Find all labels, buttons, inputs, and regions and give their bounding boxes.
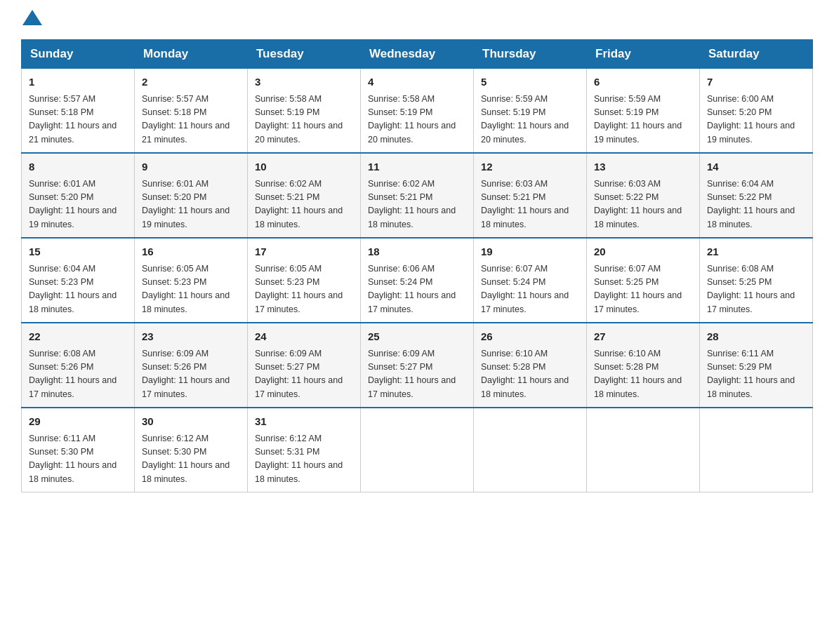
day-info: Sunrise: 6:09 AMSunset: 5:27 PMDaylight:… xyxy=(255,347,353,402)
calendar-day-cell: 20Sunrise: 6:07 AMSunset: 5:25 PMDayligh… xyxy=(587,238,700,323)
day-number: 8 xyxy=(29,159,127,175)
calendar-day-cell: 23Sunrise: 6:09 AMSunset: 5:26 PMDayligh… xyxy=(135,323,248,408)
day-info: Sunrise: 6:06 AMSunset: 5:24 PMDaylight:… xyxy=(368,262,466,317)
day-number: 17 xyxy=(255,244,353,260)
day-info: Sunrise: 6:11 AMSunset: 5:29 PMDaylight:… xyxy=(707,347,805,402)
weekday-header-saturday: Saturday xyxy=(700,40,813,69)
day-info: Sunrise: 6:04 AMSunset: 5:22 PMDaylight:… xyxy=(707,177,805,232)
day-info: Sunrise: 6:02 AMSunset: 5:21 PMDaylight:… xyxy=(368,177,466,232)
calendar-week-row: 29Sunrise: 6:11 AMSunset: 5:30 PMDayligh… xyxy=(22,408,813,492)
logo xyxy=(21,14,42,25)
day-number: 3 xyxy=(255,74,353,90)
day-number: 1 xyxy=(29,74,127,90)
day-number: 10 xyxy=(255,159,353,175)
calendar-header-row: SundayMondayTuesdayWednesdayThursdayFrid… xyxy=(22,40,813,69)
weekday-header-thursday: Thursday xyxy=(474,40,587,69)
day-info: Sunrise: 6:07 AMSunset: 5:24 PMDaylight:… xyxy=(481,262,579,317)
day-info: Sunrise: 6:07 AMSunset: 5:25 PMDaylight:… xyxy=(594,262,692,317)
calendar-day-cell: 6Sunrise: 5:59 AMSunset: 5:19 PMDaylight… xyxy=(587,69,700,154)
day-info: Sunrise: 5:57 AMSunset: 5:18 PMDaylight:… xyxy=(142,93,240,147)
calendar-day-cell: 5Sunrise: 5:59 AMSunset: 5:19 PMDaylight… xyxy=(474,69,587,154)
calendar-day-cell: 14Sunrise: 6:04 AMSunset: 5:22 PMDayligh… xyxy=(700,153,813,238)
calendar-day-cell: 1Sunrise: 5:57 AMSunset: 5:18 PMDaylight… xyxy=(22,69,135,154)
calendar-day-cell: 24Sunrise: 6:09 AMSunset: 5:27 PMDayligh… xyxy=(248,323,361,408)
day-info: Sunrise: 6:05 AMSunset: 5:23 PMDaylight:… xyxy=(255,262,353,317)
day-info: Sunrise: 5:57 AMSunset: 5:18 PMDaylight:… xyxy=(29,93,127,147)
day-info: Sunrise: 6:00 AMSunset: 5:20 PMDaylight:… xyxy=(707,93,805,147)
day-number: 15 xyxy=(29,244,127,260)
day-number: 13 xyxy=(594,159,692,175)
day-number: 18 xyxy=(368,244,466,260)
calendar-day-cell: 25Sunrise: 6:09 AMSunset: 5:27 PMDayligh… xyxy=(361,323,474,408)
calendar-week-row: 15Sunrise: 6:04 AMSunset: 5:23 PMDayligh… xyxy=(22,238,813,323)
calendar-day-cell: 3Sunrise: 5:58 AMSunset: 5:19 PMDaylight… xyxy=(248,69,361,154)
day-number: 2 xyxy=(142,74,240,90)
day-number: 20 xyxy=(594,244,692,260)
day-number: 29 xyxy=(29,414,127,430)
calendar-day-cell: 18Sunrise: 6:06 AMSunset: 5:24 PMDayligh… xyxy=(361,238,474,323)
day-number: 27 xyxy=(594,329,692,345)
day-info: Sunrise: 6:01 AMSunset: 5:20 PMDaylight:… xyxy=(29,177,127,232)
logo-text xyxy=(21,14,42,25)
calendar-day-cell: 2Sunrise: 5:57 AMSunset: 5:18 PMDaylight… xyxy=(135,69,248,154)
calendar-day-cell: 26Sunrise: 6:10 AMSunset: 5:28 PMDayligh… xyxy=(474,323,587,408)
weekday-header-tuesday: Tuesday xyxy=(248,40,361,69)
calendar-day-cell: 15Sunrise: 6:04 AMSunset: 5:23 PMDayligh… xyxy=(22,238,135,323)
calendar-day-cell: 30Sunrise: 6:12 AMSunset: 5:30 PMDayligh… xyxy=(135,408,248,492)
day-info: Sunrise: 5:58 AMSunset: 5:19 PMDaylight:… xyxy=(255,93,353,147)
calendar-day-cell: 12Sunrise: 6:03 AMSunset: 5:21 PMDayligh… xyxy=(474,153,587,238)
calendar-day-cell: 4Sunrise: 5:58 AMSunset: 5:19 PMDaylight… xyxy=(361,69,474,154)
day-number: 12 xyxy=(481,159,579,175)
day-number: 28 xyxy=(707,329,805,345)
calendar-day-cell: 8Sunrise: 6:01 AMSunset: 5:20 PMDaylight… xyxy=(22,153,135,238)
weekday-header-sunday: Sunday xyxy=(22,40,135,69)
calendar-day-cell: 16Sunrise: 6:05 AMSunset: 5:23 PMDayligh… xyxy=(135,238,248,323)
calendar-day-cell: 31Sunrise: 6:12 AMSunset: 5:31 PMDayligh… xyxy=(248,408,361,492)
day-number: 22 xyxy=(29,329,127,345)
calendar-day-cell: 9Sunrise: 6:01 AMSunset: 5:20 PMDaylight… xyxy=(135,153,248,238)
day-number: 24 xyxy=(255,329,353,345)
day-info: Sunrise: 5:59 AMSunset: 5:19 PMDaylight:… xyxy=(481,93,579,147)
calendar-week-row: 8Sunrise: 6:01 AMSunset: 5:20 PMDaylight… xyxy=(22,153,813,238)
day-info: Sunrise: 6:10 AMSunset: 5:28 PMDaylight:… xyxy=(594,347,692,402)
calendar-day-cell: 22Sunrise: 6:08 AMSunset: 5:26 PMDayligh… xyxy=(22,323,135,408)
page-header xyxy=(21,14,813,25)
day-info: Sunrise: 6:05 AMSunset: 5:23 PMDaylight:… xyxy=(142,262,240,317)
day-info: Sunrise: 6:02 AMSunset: 5:21 PMDaylight:… xyxy=(255,177,353,232)
calendar-day-cell xyxy=(474,408,587,492)
calendar-day-cell xyxy=(587,408,700,492)
day-info: Sunrise: 6:11 AMSunset: 5:30 PMDaylight:… xyxy=(29,432,127,487)
calendar-day-cell xyxy=(361,408,474,492)
calendar-day-cell: 13Sunrise: 6:03 AMSunset: 5:22 PMDayligh… xyxy=(587,153,700,238)
logo-triangle-icon xyxy=(22,10,42,25)
calendar-week-row: 1Sunrise: 5:57 AMSunset: 5:18 PMDaylight… xyxy=(22,69,813,154)
day-number: 21 xyxy=(707,244,805,260)
day-info: Sunrise: 6:08 AMSunset: 5:26 PMDaylight:… xyxy=(29,347,127,402)
day-number: 19 xyxy=(481,244,579,260)
weekday-header-friday: Friday xyxy=(587,40,700,69)
calendar-day-cell: 7Sunrise: 6:00 AMSunset: 5:20 PMDaylight… xyxy=(700,69,813,154)
day-info: Sunrise: 6:03 AMSunset: 5:22 PMDaylight:… xyxy=(594,177,692,232)
day-info: Sunrise: 6:12 AMSunset: 5:31 PMDaylight:… xyxy=(255,432,353,487)
day-number: 25 xyxy=(368,329,466,345)
weekday-header-monday: Monday xyxy=(135,40,248,69)
day-number: 4 xyxy=(368,74,466,90)
calendar-table: SundayMondayTuesdayWednesdayThursdayFrid… xyxy=(21,39,813,492)
day-number: 31 xyxy=(255,414,353,430)
calendar-day-cell: 28Sunrise: 6:11 AMSunset: 5:29 PMDayligh… xyxy=(700,323,813,408)
day-info: Sunrise: 6:08 AMSunset: 5:25 PMDaylight:… xyxy=(707,262,805,317)
day-number: 11 xyxy=(368,159,466,175)
day-info: Sunrise: 6:01 AMSunset: 5:20 PMDaylight:… xyxy=(142,177,240,232)
day-info: Sunrise: 6:03 AMSunset: 5:21 PMDaylight:… xyxy=(481,177,579,232)
calendar-day-cell: 19Sunrise: 6:07 AMSunset: 5:24 PMDayligh… xyxy=(474,238,587,323)
day-info: Sunrise: 6:10 AMSunset: 5:28 PMDaylight:… xyxy=(481,347,579,402)
calendar-day-cell: 21Sunrise: 6:08 AMSunset: 5:25 PMDayligh… xyxy=(700,238,813,323)
day-number: 26 xyxy=(481,329,579,345)
calendar-day-cell: 27Sunrise: 6:10 AMSunset: 5:28 PMDayligh… xyxy=(587,323,700,408)
day-info: Sunrise: 6:04 AMSunset: 5:23 PMDaylight:… xyxy=(29,262,127,317)
weekday-header-wednesday: Wednesday xyxy=(361,40,474,69)
day-number: 23 xyxy=(142,329,240,345)
day-number: 9 xyxy=(142,159,240,175)
day-number: 30 xyxy=(142,414,240,430)
day-number: 14 xyxy=(707,159,805,175)
